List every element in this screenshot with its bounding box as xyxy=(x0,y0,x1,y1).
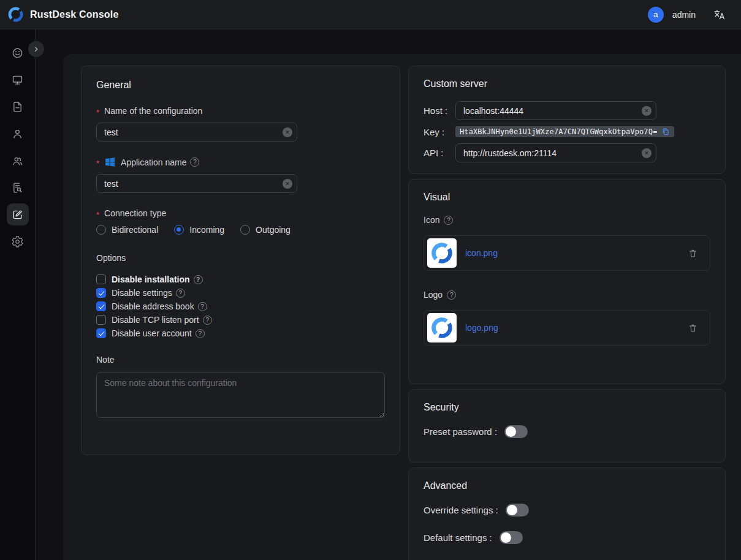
radio-icon[interactable] xyxy=(240,225,250,235)
api-label: API : xyxy=(424,148,455,158)
radio-icon[interactable] xyxy=(96,225,106,235)
host-label: Host : xyxy=(424,105,455,116)
options-label: Options xyxy=(96,253,385,263)
checkbox-icon[interactable] xyxy=(96,315,106,325)
icon-upload-card: icon.png xyxy=(424,235,710,271)
clear-icon[interactable]: ✕ xyxy=(283,179,292,189)
sidebar xyxy=(0,29,36,560)
trash-icon[interactable] xyxy=(688,323,698,333)
sidebar-item-settings[interactable] xyxy=(7,230,29,252)
option-disable-installation[interactable]: Disable installation ? xyxy=(96,273,385,286)
connection-type-label: * Connection type xyxy=(96,208,385,218)
option-disable-address-book[interactable]: Disable address book ? xyxy=(96,300,385,313)
rustdesk-logo-icon xyxy=(7,6,24,23)
custom-server-section: Custom server Host : ✕ Key : HtaXBkJNHyn… xyxy=(408,66,726,174)
right-column: Custom server Host : ✕ Key : HtaXBkJNHyn… xyxy=(408,66,726,560)
preset-password-label: Preset password : xyxy=(424,426,497,437)
sidebar-item-audit[interactable] xyxy=(7,176,29,199)
api-input[interactable] xyxy=(455,143,656,162)
checkbox-icon[interactable] xyxy=(96,274,106,284)
general-title: General xyxy=(96,80,385,91)
clear-icon[interactable]: ✕ xyxy=(283,127,292,137)
preset-password-row: Preset password : xyxy=(424,425,710,438)
checkbox-icon[interactable] xyxy=(96,328,106,338)
sidebar-item-custom-clients[interactable] xyxy=(7,203,29,225)
advanced-title: Advanced xyxy=(424,480,710,491)
application-name-label: * Application name ? xyxy=(96,157,385,167)
help-icon[interactable]: ? xyxy=(203,316,212,325)
default-settings-label: Default settings : xyxy=(424,532,492,543)
logo-file-link[interactable]: logo.png xyxy=(465,323,498,333)
note-label: Note xyxy=(96,355,385,365)
help-icon[interactable]: ? xyxy=(190,157,199,167)
sidebar-item-users[interactable] xyxy=(7,123,29,145)
windows-logo-icon xyxy=(105,157,115,167)
server-key-value: HtaXBkJNHyn0e1U1jWXze7A7CN7QTGWqxkOtpaVp… xyxy=(455,126,674,137)
host-input[interactable] xyxy=(455,101,656,120)
checkbox-icon[interactable] xyxy=(96,301,106,311)
security-section: Security Preset password : xyxy=(408,389,726,463)
logo-thumbnail xyxy=(427,313,457,342)
radio-outgoing[interactable]: Outgoing xyxy=(240,225,291,235)
copy-icon[interactable] xyxy=(661,127,670,136)
default-settings-toggle[interactable] xyxy=(500,531,523,544)
help-icon[interactable]: ? xyxy=(447,290,456,300)
override-settings-toggle[interactable] xyxy=(506,504,529,516)
required-asterisk: * xyxy=(96,108,99,117)
group-icon xyxy=(11,154,24,167)
icon-label: Icon ? xyxy=(424,215,710,225)
general-section: General * Name of the configuration ✕ * xyxy=(81,66,400,455)
main-panel: General * Name of the configuration ✕ * xyxy=(63,54,741,560)
radio-bidirectional[interactable]: Bidirectional xyxy=(96,225,158,235)
sidebar-expand-button[interactable] xyxy=(28,41,44,57)
clear-icon[interactable]: ✕ xyxy=(642,106,652,116)
edit-square-icon xyxy=(11,208,24,221)
config-name-label: * Name of the configuration xyxy=(96,106,385,116)
required-asterisk: * xyxy=(96,210,99,219)
option-disable-settings[interactable]: Disable settings ? xyxy=(96,286,385,300)
visual-title: Visual xyxy=(424,192,710,203)
trash-icon[interactable] xyxy=(688,248,698,259)
option-disable-tcp-listen-port[interactable]: Disable TCP listen port ? xyxy=(96,313,385,327)
document-icon xyxy=(11,100,24,113)
sidebar-item-sessions[interactable] xyxy=(7,96,29,118)
option-disable-user-account[interactable]: Disable user account ? xyxy=(96,327,385,340)
help-icon[interactable]: ? xyxy=(176,289,185,298)
radio-icon[interactable] xyxy=(174,225,184,235)
translate-icon[interactable] xyxy=(713,8,726,21)
help-icon[interactable]: ? xyxy=(196,329,205,338)
sidebar-item-groups[interactable] xyxy=(7,149,29,172)
audit-log-icon xyxy=(11,181,24,194)
application-name-input[interactable] xyxy=(96,174,297,193)
app-title: RustDesk Console xyxy=(30,9,119,20)
user-icon xyxy=(11,127,24,140)
help-icon[interactable]: ? xyxy=(194,275,203,284)
smiley-icon xyxy=(11,47,24,59)
radio-incoming[interactable]: Incoming xyxy=(174,225,224,235)
monitor-icon xyxy=(11,74,24,86)
default-settings-row: Default settings : xyxy=(424,531,710,544)
help-icon[interactable]: ? xyxy=(198,302,207,311)
clear-icon[interactable]: ✕ xyxy=(642,148,652,158)
icon-thumbnail xyxy=(427,238,457,268)
header-right: a admin xyxy=(648,7,726,23)
rustdesk-logo-icon xyxy=(430,316,454,339)
override-settings-label: Override settings : xyxy=(424,505,498,515)
advanced-section: Advanced Override settings : Default set… xyxy=(408,467,726,560)
username[interactable]: admin xyxy=(672,10,696,20)
checkbox-icon[interactable] xyxy=(96,288,106,298)
config-name-input[interactable] xyxy=(96,123,297,142)
sidebar-item-dashboard[interactable] xyxy=(7,42,29,64)
required-asterisk: * xyxy=(96,159,99,168)
logo-label: Logo ? xyxy=(424,290,710,300)
note-textarea[interactable] xyxy=(96,372,385,418)
preset-password-toggle[interactable] xyxy=(504,425,528,438)
sidebar-item-devices[interactable] xyxy=(7,69,29,91)
user-avatar[interactable]: a xyxy=(648,7,664,23)
security-title: Security xyxy=(424,402,710,413)
gear-icon xyxy=(11,235,24,248)
chevron-right-icon xyxy=(32,45,40,53)
icon-file-link[interactable]: icon.png xyxy=(465,248,498,258)
logo-upload-card: logo.png xyxy=(424,310,710,346)
help-icon[interactable]: ? xyxy=(444,216,453,225)
